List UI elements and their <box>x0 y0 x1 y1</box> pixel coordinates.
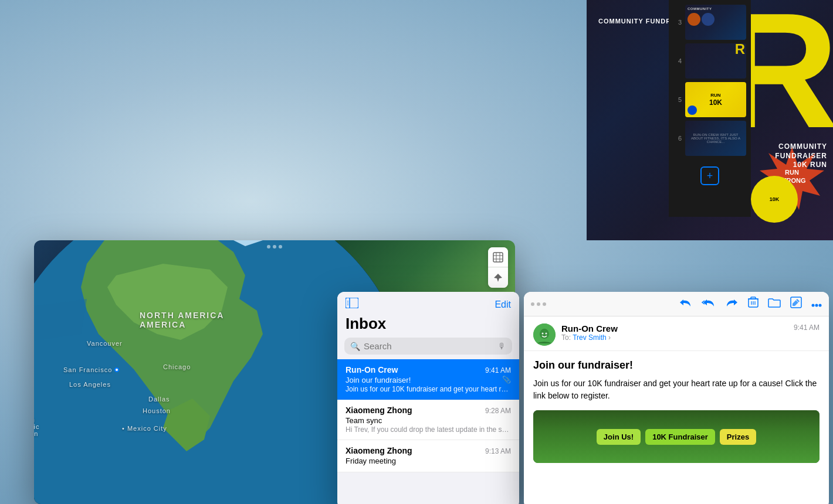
slide-row-4[interactable]: 4 R <box>673 43 746 79</box>
mail-detail-recipient: To: Trev Smith › <box>561 333 788 342</box>
svg-point-23 <box>815 304 818 307</box>
slide-row-3[interactable]: 3 COMMUNITY <box>673 5 746 40</box>
mail-sender-3: Xiaomeng Zhong <box>346 446 412 455</box>
trash-icon <box>748 297 758 308</box>
mail-detail-window-dots <box>531 302 546 306</box>
svg-point-22 <box>812 304 815 307</box>
slide-number-5: 5 <box>673 96 682 103</box>
mail-sidebar-toggle-button[interactable] <box>346 298 358 311</box>
mail-time-2: 9:28 AM <box>485 407 511 415</box>
svg-point-29 <box>546 333 547 335</box>
keynote-slides-panel: 3 COMMUNITY 4 R 5 <box>669 0 751 217</box>
slide-number-4: 4 <box>673 57 682 64</box>
sidebar-icon <box>346 298 358 308</box>
svg-rect-4 <box>493 253 503 262</box>
mail-reply-button[interactable] <box>679 297 692 311</box>
maps-toolbar <box>488 247 508 288</box>
slide-number-6: 6 <box>673 135 682 142</box>
join-us-badge[interactable]: Join Us! <box>597 429 641 445</box>
mail-trash-button[interactable] <box>748 297 758 311</box>
mail-compose-button[interactable] <box>790 297 802 311</box>
slide-thumb-3[interactable]: COMMUNITY <box>685 5 746 40</box>
mail-search-icon: 🔍 <box>350 342 360 351</box>
more-dots-icon <box>811 304 822 307</box>
slide-row-6[interactable]: 6 RUN-ON CREW ISN'T JUST ABOUT FITNESS, … <box>673 121 746 156</box>
reply-all-icon <box>701 297 716 308</box>
mail-list-window: Edit Inbox 🔍 🎙 Run-On Crew 9:41 AM Join … <box>337 292 519 504</box>
mail-list-toolbar: Edit <box>337 292 519 315</box>
mail-email-item-1[interactable]: Run-On Crew 9:41 AM Join our fundraiser!… <box>337 359 519 400</box>
maps-location-button[interactable] <box>488 268 508 288</box>
fundraiser-text: COMMUNITY FUNDRAISER 10K RUN <box>775 142 827 170</box>
mail-sender-2: Xiaomeng Zhong <box>346 406 412 415</box>
svg-point-24 <box>819 304 822 307</box>
location-arrow-icon <box>493 273 503 283</box>
10k-circle-badge: 10K <box>751 176 798 223</box>
forward-icon <box>726 297 739 308</box>
svg-point-28 <box>542 333 544 335</box>
mail-detail-time: 9:41 AM <box>794 323 820 332</box>
mail-attachment-icon-1: 📎 <box>502 376 511 384</box>
mail-detail-toolbar <box>524 292 829 316</box>
mail-more-button[interactable] <box>811 298 822 310</box>
mail-subject-1: Join our fundraiser! 📎 <box>346 376 511 384</box>
mail-mic-icon[interactable]: 🎙 <box>498 342 506 351</box>
mail-time-1: 9:41 AM <box>485 366 511 374</box>
mail-detail-cta-image: Join Us! 10K Fundraiser Prizes <box>533 410 820 463</box>
svg-rect-16 <box>751 297 756 299</box>
maps-map-view-button[interactable] <box>488 247 508 267</box>
mail-email-list: Run-On Crew 9:41 AM Join our fundraiser!… <box>337 359 519 472</box>
mail-search-input[interactable] <box>364 341 495 351</box>
compose-icon <box>790 297 802 308</box>
add-slide-button[interactable]: + <box>700 166 719 185</box>
reply-icon <box>679 297 692 308</box>
slide-row-5[interactable]: 5 RUN 10K <box>673 82 746 117</box>
slide-thumb-5[interactable]: RUN 10K <box>685 82 746 117</box>
mail-detail-sender-name: Run-On Crew <box>561 323 788 333</box>
mail-preview-2: Hi Trev, If you could drop the latest up… <box>346 425 511 434</box>
mail-email-item-2[interactable]: Xiaomeng Zhong 9:28 AM Team sync Hi Trev… <box>337 400 519 440</box>
mail-detail-body-text: Join us for our 10K fundraiser and get y… <box>533 377 820 402</box>
mail-detail-window: Run-On Crew To: Trev Smith › 9:41 AM Joi… <box>524 292 829 504</box>
mail-detail-actions <box>679 297 822 311</box>
mail-preview-1: Join us for our 10K fundraiser and get y… <box>346 385 511 393</box>
prizes-badge[interactable]: Prizes <box>720 429 756 445</box>
mail-sender-1: Run-On Crew <box>346 365 398 374</box>
mail-search-bar[interactable]: 🔍 🎙 <box>344 338 512 355</box>
mail-email-item-3[interactable]: Xiaomeng Zhong 9:13 AM Friday meeting <box>337 440 519 472</box>
mail-detail-header: Run-On Crew To: Trev Smith › 9:41 AM <box>524 316 829 351</box>
slide-number-3: 3 <box>673 19 682 26</box>
mail-inbox-title: Inbox <box>337 315 519 338</box>
mail-detail-subject: Join our fundraiser! <box>533 359 820 372</box>
mail-subject-3: Friday meeting <box>346 457 511 465</box>
mail-forward-button[interactable] <box>726 297 739 311</box>
mail-detail-body: Join our fundraiser! Join us for our 10K… <box>524 351 829 492</box>
mail-detail-sender-info: Run-On Crew To: Trev Smith › <box>561 323 788 342</box>
maps-window-dots <box>267 245 282 248</box>
mail-reply-all-button[interactable] <box>701 297 716 311</box>
mail-sender-avatar <box>533 323 556 346</box>
slide-thumb-6[interactable]: RUN-ON CREW ISN'T JUST ABOUT FITNESS, IT… <box>685 121 746 156</box>
mail-time-3: 9:13 AM <box>485 447 511 455</box>
folder-icon <box>768 297 781 308</box>
mail-edit-button[interactable]: Edit <box>495 299 511 310</box>
map-icon <box>493 252 503 263</box>
mail-subject-2: Team sync <box>346 416 511 425</box>
mail-folder-button[interactable] <box>768 297 781 311</box>
avatar-svg <box>533 323 556 346</box>
10k-fundraiser-badge[interactable]: 10K Fundraiser <box>645 429 715 445</box>
slide-thumb-4[interactable]: R <box>685 43 746 79</box>
